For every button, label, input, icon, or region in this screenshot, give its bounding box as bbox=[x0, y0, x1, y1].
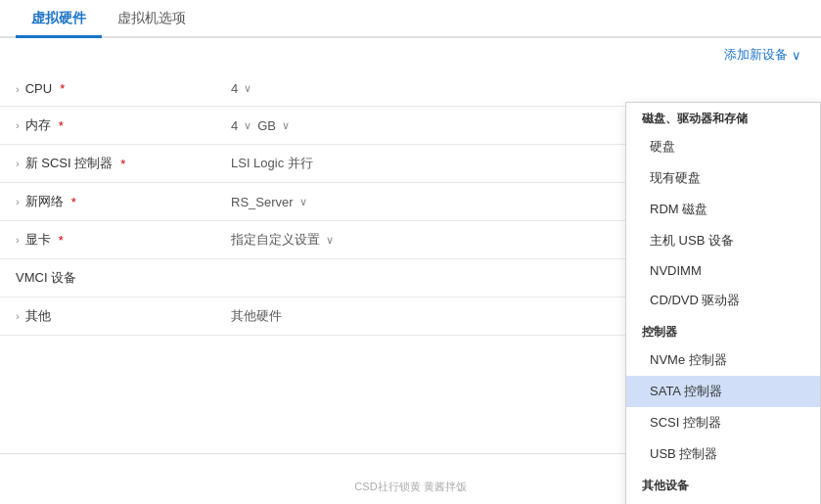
menu-section-控制器: 控制器 bbox=[626, 316, 820, 344]
chevron-down-icon: ∨ bbox=[792, 48, 801, 63]
dropdown-arrow-cpu[interactable]: ∨ bbox=[244, 82, 251, 95]
tab-vm-options[interactable]: 虚拟机选项 bbox=[102, 0, 202, 38]
row-value-cpu[interactable]: 4 ∨ bbox=[231, 81, 805, 96]
menu-item-pci-device[interactable]: PCI 设备 bbox=[626, 498, 820, 504]
watermark: CSD社行锁黄 黄酱拌饭 bbox=[354, 480, 466, 494]
add-device-label: 添加新设备 bbox=[724, 46, 788, 64]
row-label-memory: 内存 bbox=[25, 116, 51, 134]
row-chevron-display[interactable]: › bbox=[16, 234, 20, 246]
toolbar: 添加新设备 ∨ bbox=[0, 38, 821, 71]
row-chevron-memory[interactable]: › bbox=[16, 119, 20, 131]
required-mark-display: * bbox=[59, 233, 64, 248]
required-mark-scsi: * bbox=[120, 157, 125, 171]
row-label-cpu: CPU bbox=[25, 81, 52, 96]
menu-item-existing-disk[interactable]: 现有硬盘 bbox=[626, 162, 820, 194]
row-label-network: 新网络 bbox=[25, 193, 64, 210]
add-device-button[interactable]: 添加新设备 ∨ bbox=[724, 46, 801, 64]
dropdown-arrow-memory[interactable]: ∨ bbox=[244, 119, 251, 132]
dropdown-menu: 磁盘、驱动器和存储硬盘现有硬盘RDM 磁盘主机 USB 设备NVDIMMCD/D… bbox=[625, 102, 821, 504]
menu-section-磁盘、驱动器和存储: 磁盘、驱动器和存储 bbox=[626, 103, 820, 131]
row-chevron-network[interactable]: › bbox=[16, 196, 20, 207]
tabs-container: 虚拟硬件虚拟机选项 bbox=[0, 0, 821, 38]
row-label-other: 其他 bbox=[25, 307, 51, 325]
unit-dropdown-arrow-memory[interactable]: ∨ bbox=[282, 119, 290, 132]
required-mark-network: * bbox=[71, 195, 76, 209]
menu-item-scsi-ctrl[interactable]: SCSI 控制器 bbox=[626, 407, 820, 438]
menu-section-其他设备: 其他设备 bbox=[626, 470, 820, 498]
menu-item-hard-disk[interactable]: 硬盘 bbox=[626, 131, 820, 162]
row-chevron-scsi[interactable]: › bbox=[16, 158, 20, 169]
required-mark-memory: * bbox=[59, 118, 64, 133]
menu-item-host-usb[interactable]: 主机 USB 设备 bbox=[626, 225, 820, 256]
menu-item-nvdimm[interactable]: NVDIMM bbox=[626, 256, 820, 285]
menu-item-rdm-disk[interactable]: RDM 磁盘 bbox=[626, 194, 820, 225]
row-chevron-other[interactable]: › bbox=[16, 310, 20, 322]
tab-virtual-hardware[interactable]: 虚拟硬件 bbox=[16, 0, 102, 38]
row-label-vmci: VMCI 设备 bbox=[16, 269, 76, 287]
row-chevron-cpu[interactable]: › bbox=[16, 83, 20, 95]
row-label-display: 显卡 bbox=[25, 231, 51, 249]
menu-item-cd-dvd[interactable]: CD/DVD 驱动器 bbox=[626, 285, 820, 316]
dropdown-arrow-display[interactable]: ∨ bbox=[326, 234, 334, 247]
menu-item-sata-ctrl[interactable]: SATA 控制器 bbox=[626, 376, 820, 407]
main-content: 添加新设备 ∨ ›CPU *4 ∨›内存 *4 ∨ GB ∨›新 SCSI 控制… bbox=[0, 38, 821, 336]
menu-item-nvme-ctrl[interactable]: NVMe 控制器 bbox=[626, 344, 820, 376]
menu-item-usb-ctrl[interactable]: USB 控制器 bbox=[626, 438, 820, 470]
dropdown-arrow-network[interactable]: ∨ bbox=[299, 196, 307, 208]
required-mark-cpu: * bbox=[60, 81, 65, 96]
row-label-scsi: 新 SCSI 控制器 bbox=[25, 155, 114, 172]
